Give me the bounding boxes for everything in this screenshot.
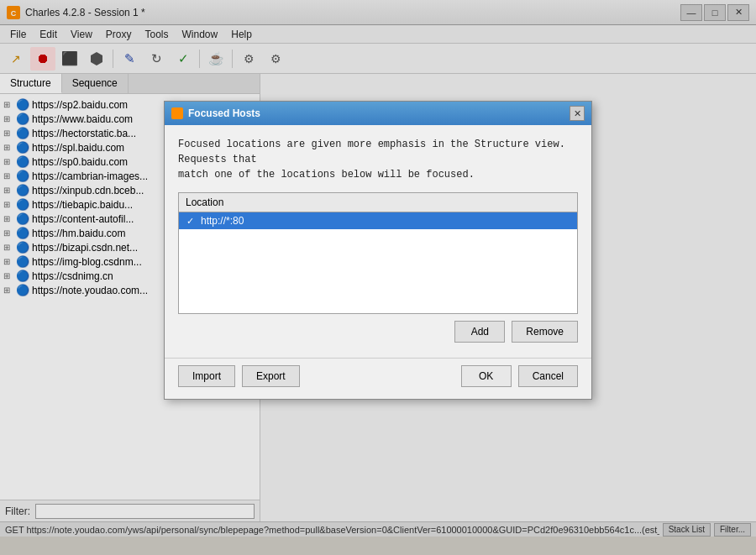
location-table-header: Location [179, 193, 577, 212]
svg-point-3 [173, 109, 181, 118]
location-row-0[interactable]: ✓ http://*:80 [179, 212, 577, 229]
export-button[interactable]: Export [242, 365, 300, 387]
dialog-footer: Import Export OK Cancel [165, 358, 591, 399]
cancel-button[interactable]: Cancel [518, 365, 578, 387]
location-checkbox-0[interactable]: ✓ [184, 215, 196, 227]
dialog-title-bar: Focused Hosts ✕ [165, 102, 591, 125]
focused-hosts-dialog: Focused Hosts ✕ Focused locations are gi… [164, 101, 592, 400]
remove-button[interactable]: Remove [512, 321, 578, 343]
location-value-0: http://*:80 [201, 215, 572, 227]
add-button[interactable]: Add [454, 321, 505, 343]
dialog-title: Focused Hosts [188, 107, 260, 119]
dialog-title-icon [171, 107, 183, 119]
ok-button[interactable]: OK [461, 365, 512, 387]
location-table: Location ✓ http://*:80 [178, 192, 578, 314]
dialog-overlay: Focused Hosts ✕ Focused locations are gi… [0, 0, 756, 555]
dialog-action-row: Add Remove [178, 314, 578, 346]
dialog-description: Focused locations are given more emphasi… [178, 137, 578, 182]
location-table-body: ✓ http://*:80 [179, 212, 577, 313]
dialog-close-button[interactable]: ✕ [570, 106, 585, 121]
dialog-body: Focused locations are given more emphasi… [165, 125, 591, 354]
import-button[interactable]: Import [178, 365, 235, 387]
